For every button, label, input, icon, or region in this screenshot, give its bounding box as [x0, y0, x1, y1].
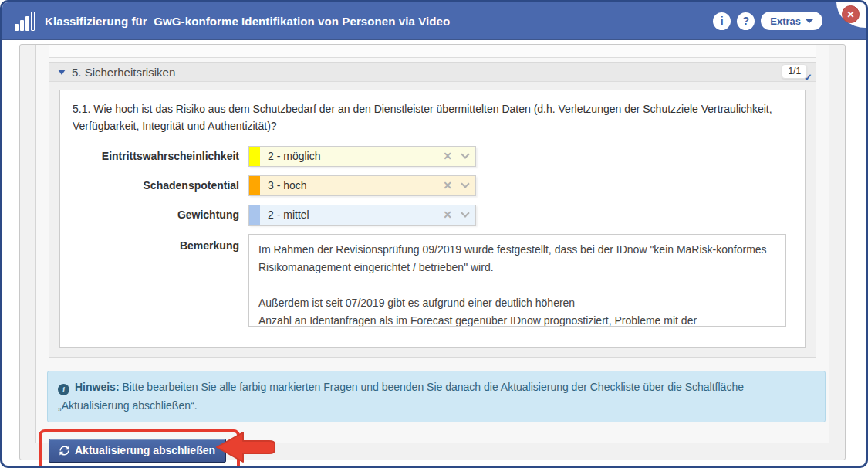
selected-value: 2 - mittel	[268, 209, 309, 221]
section-title: 5. Sicherheitsrisiken	[72, 66, 175, 79]
form-row-schadenspotential: Schadenspotential 3 - hoch ✕	[73, 175, 792, 196]
eintrittswahrscheinlichkeit-select[interactable]: 2 - möglich ✕	[248, 146, 476, 167]
clear-icon[interactable]: ✕	[443, 209, 452, 220]
screenshot-stage: Klassifizierung für GwG-konforme Identif…	[0, 0, 868, 468]
section-counter-wrap: 1/1 ✓	[782, 64, 812, 83]
checkmark-icon: ✓	[804, 72, 812, 83]
info-icon: i	[721, 15, 724, 27]
chevron-down-icon	[806, 19, 813, 23]
selected-value: 3 - hoch	[268, 179, 307, 192]
bemerkung-textarea[interactable]: Im Rahmen der Revisionsprüfung 09/2019 w…	[248, 234, 786, 327]
dialog-window: Klassifizierung für GwG-konforme Identif…	[0, 0, 868, 468]
question-icon: ?	[742, 15, 749, 27]
schadenspotential-select[interactable]: 3 - hoch ✕	[248, 175, 476, 196]
section-header[interactable]: 5. Sicherheitsrisiken 1/1 ✓	[49, 63, 816, 82]
form-row-eintrittswahrscheinlichkeit: Eintrittswahrscheinlichkeit 2 - möglich …	[73, 146, 792, 167]
form-row-bemerkung: Bemerkung Im Rahmen der Revisionsprüfung…	[73, 234, 792, 327]
info-button[interactable]: i	[713, 12, 731, 30]
close-icon: ✕	[846, 9, 854, 20]
chevron-down-icon[interactable]	[461, 180, 469, 188]
chevron-down-icon[interactable]	[461, 209, 469, 218]
dialog-header: Klassifizierung für GwG-konforme Identif…	[2, 2, 866, 40]
annotation-highlight-box: Aktualisierung abschließen	[39, 429, 240, 468]
risk-color-swatch	[249, 176, 260, 195]
previous-section-partial	[49, 45, 816, 58]
clear-icon[interactable]: ✕	[443, 151, 452, 161]
extras-button[interactable]: Extras	[761, 12, 822, 30]
risk-color-swatch	[249, 205, 260, 225]
form-row-gewichtung: Gewichtung 2 - mittel ✕	[73, 205, 792, 226]
section-body: 5.1. Wie hoch ist das Risiko aus dem Sch…	[49, 82, 816, 357]
content-panel: 5. Sicherheitsrisiken 1/1 ✓ 5.1. Wie hoc…	[19, 44, 846, 460]
field-label: Gewichtung	[73, 209, 248, 221]
question-text: 5.1. Wie hoch ist das Risiko aus dem Sch…	[73, 100, 792, 135]
info-circle-icon: i	[58, 384, 69, 395]
header-actions: i ? Extras	[713, 12, 853, 30]
annotation-arrow-icon	[214, 429, 278, 465]
extras-label: Extras	[770, 15, 801, 27]
refresh-icon	[59, 446, 69, 456]
chevron-down-icon[interactable]	[461, 151, 469, 159]
selected-value: 2 - möglich	[268, 150, 320, 162]
help-button[interactable]: ?	[737, 12, 755, 30]
close-button[interactable]: ✕	[842, 5, 860, 23]
clear-icon[interactable]: ✕	[443, 180, 452, 191]
dialog-title: Klassifizierung für GwG-konforme Identif…	[45, 15, 450, 28]
hinweis-label: Hinweis:	[75, 381, 120, 393]
collapse-caret-icon	[58, 70, 66, 75]
footer-row: Aktualisierung abschließen	[39, 429, 829, 468]
aktualisierung-abschliessen-button[interactable]: Aktualisierung abschließen	[49, 439, 226, 463]
submit-button-label: Aktualisierung abschließen	[75, 444, 215, 456]
gewichtung-select[interactable]: 2 - mittel ✕	[248, 205, 476, 226]
hinweis-alert: iHinweis: Bitte bearbeiten Sie alle farb…	[47, 371, 826, 423]
field-label: Bemerkung	[73, 234, 248, 252]
field-label: Schadenspotential	[73, 179, 248, 192]
checklist-panel: 5. Sicherheitsrisiken 1/1 ✓ 5.1. Wie hoc…	[35, 45, 829, 443]
risk-color-swatch	[249, 147, 260, 166]
section-sicherheitsrisiken: 5. Sicherheitsrisiken 1/1 ✓ 5.1. Wie hoc…	[49, 62, 816, 358]
hinweis-text: Bitte bearbeiten Sie alle farbig markier…	[58, 381, 744, 412]
bar-chart-icon	[15, 11, 35, 31]
question-box: 5.1. Wie hoch ist das Risiko aus dem Sch…	[59, 90, 806, 348]
field-label: Eintrittswahrscheinlichkeit	[73, 150, 248, 162]
